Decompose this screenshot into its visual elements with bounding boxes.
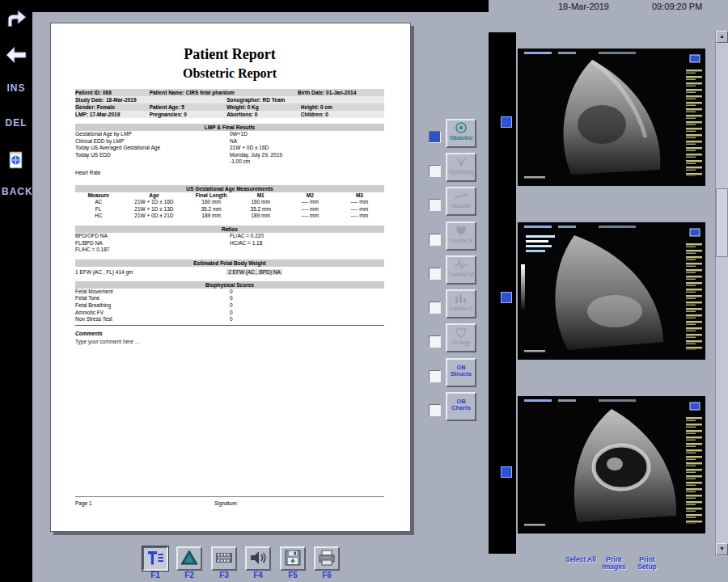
cell: 189 mm bbox=[236, 213, 286, 220]
info-cell: Abortions: 0 bbox=[226, 111, 301, 118]
category-label: Gynecolog bbox=[447, 169, 475, 175]
back-arrow-icon bbox=[6, 44, 27, 65]
ultrasound-thumbnail-2[interactable] bbox=[518, 222, 705, 360]
report-text-button[interactable] bbox=[142, 546, 168, 571]
ultrasound-image-3 bbox=[518, 396, 705, 534]
print-images-button[interactable]: Print Images bbox=[598, 556, 630, 571]
comments-section: Comments Type your comment here ... bbox=[75, 331, 384, 350]
del-button[interactable]: DEL bbox=[2, 117, 31, 129]
checkbox-gynecology[interactable] bbox=[429, 165, 441, 177]
bio-value: 0 bbox=[230, 295, 384, 302]
category-button-urology[interactable]: Urology bbox=[446, 323, 476, 352]
info-cell: Weight: 0 Kg bbox=[226, 103, 301, 111]
ultrasound-thumbnail-3[interactable] bbox=[518, 396, 705, 534]
scrollbar-thumb[interactable] bbox=[716, 188, 728, 257]
back-arrow-button[interactable] bbox=[2, 44, 31, 69]
info-cell: LMP: 17-Mar-2019 bbox=[75, 111, 150, 118]
category-button-cardiac-b[interactable]: Cardiac B bbox=[446, 221, 476, 251]
checkbox-cardiac-b[interactable] bbox=[429, 234, 441, 246]
category-button-vascular[interactable]: Vascular bbox=[446, 187, 476, 216]
print-button[interactable] bbox=[314, 546, 340, 571]
category-label: Cardiac M bbox=[447, 272, 475, 277]
cell: HC bbox=[75, 213, 121, 220]
ins-button[interactable]: INS bbox=[2, 82, 31, 94]
back-button[interactable]: BACK bbox=[2, 186, 31, 197]
category-button-cardiac-d[interactable]: Cardiac D bbox=[446, 289, 476, 318]
checkbox-urology[interactable] bbox=[429, 335, 441, 348]
lmp-value: Monday, July 29, 2019 bbox=[230, 152, 384, 159]
efw-left: 1 EFW (AC , FL) 414 gm bbox=[75, 268, 226, 276]
checkbox-ob-charts[interactable] bbox=[429, 404, 441, 416]
lmp-label bbox=[75, 158, 230, 166]
text-report-icon bbox=[146, 548, 165, 567]
scroll-down-button[interactable]: ▼ bbox=[716, 543, 728, 555]
category-label: OB Structs bbox=[447, 365, 475, 377]
cell: ---- mm bbox=[286, 213, 335, 220]
ratio-cell: HC/AC = 1.18 bbox=[230, 240, 384, 247]
thumbnail-3-select-checkbox[interactable] bbox=[501, 466, 512, 478]
ultrasound-thumbnail-1[interactable] bbox=[518, 48, 705, 186]
cell: 35.2 mm bbox=[236, 206, 286, 213]
bio-value: 0 bbox=[230, 316, 384, 323]
ratio-cell: FL/AC = 0.220 bbox=[230, 233, 384, 240]
cell: ---- mm bbox=[335, 206, 384, 213]
category-label: OB Charts bbox=[447, 399, 475, 411]
ratio-cell: FL/HC = 0.187 bbox=[75, 247, 230, 254]
category-button-ob-structs[interactable]: OB Structs bbox=[446, 358, 476, 387]
info-row: Gender: Female Patient Age: 5 Weight: 0 … bbox=[75, 103, 384, 111]
ratios-table: BPD/OFD NAFL/AC = 0.220 FL/BPD NAHC/AC =… bbox=[75, 233, 384, 254]
scroll-up-button[interactable]: ▲ bbox=[716, 31, 728, 43]
fkey-label-f5: F5 bbox=[280, 571, 306, 580]
report-subtitle: Obstetric Report bbox=[75, 66, 384, 81]
bio-label: Amniotic FV bbox=[75, 310, 230, 317]
separator-line bbox=[75, 325, 384, 326]
cine-button[interactable] bbox=[211, 546, 237, 571]
cell: 160 mm bbox=[187, 199, 236, 206]
forward-arrow-icon bbox=[6, 10, 27, 31]
category-button-ob-charts[interactable]: OB Charts bbox=[446, 392, 476, 421]
html-export-button[interactable] bbox=[2, 150, 31, 173]
bio-label: Fetal Tone bbox=[75, 295, 230, 302]
speaker-icon bbox=[248, 548, 268, 567]
info-row: Study Date: 18-Mar-2019 Sonographer: RD … bbox=[75, 96, 384, 103]
select-all-button[interactable]: Select All bbox=[565, 556, 597, 563]
checkbox-obstetric[interactable] bbox=[429, 131, 441, 143]
report-title: Patient Report bbox=[75, 46, 384, 63]
thumbnail-2-select-checkbox[interactable] bbox=[501, 292, 512, 303]
category-button-obstetric[interactable]: Obstetric bbox=[446, 119, 476, 148]
checkbox-cardiac-d[interactable] bbox=[429, 302, 441, 314]
category-label: Obstetric bbox=[447, 135, 475, 141]
save-disk-icon bbox=[283, 548, 303, 567]
category-label: Cardiac D bbox=[447, 306, 475, 311]
volume-button[interactable] bbox=[176, 546, 202, 571]
save-button[interactable] bbox=[280, 546, 306, 571]
category-button-cardiac-m[interactable]: Cardiac M bbox=[446, 255, 476, 285]
checkbox-vascular[interactable] bbox=[429, 199, 441, 211]
section-header-biophysical: Biophysical Scores bbox=[75, 281, 384, 289]
category-label: Urology bbox=[447, 340, 475, 345]
report-page: Patient Report Obstetric Report Patient … bbox=[50, 23, 411, 532]
category-button-gynecology[interactable]: Gynecolog bbox=[446, 153, 476, 182]
section-header-measurements: US Gestational Age Measurements bbox=[75, 185, 384, 192]
cell: 35.2 mm bbox=[187, 206, 236, 213]
forward-arrow-button[interactable] bbox=[2, 10, 31, 34]
comments-input[interactable]: Type your comment here ... bbox=[75, 339, 384, 350]
ultrasound-report-screen: INS DEL BACK 18-Mar-2019 09:09:20 PM Pat… bbox=[0, 0, 728, 582]
efw-row: 1 EFW (AC , FL) 414 gm 2 EFW (AC , BPD) … bbox=[75, 268, 384, 276]
ratio-cell bbox=[230, 247, 384, 254]
page-number: Page 1 bbox=[75, 500, 214, 506]
lmp-label: Today US EDD bbox=[75, 152, 230, 159]
right-scrollbar[interactable]: ▲ ▼ bbox=[715, 31, 728, 556]
bio-value: 0 bbox=[230, 310, 384, 317]
audio-button[interactable] bbox=[245, 546, 271, 571]
lmp-value: 0W+1D bbox=[230, 131, 384, 138]
fkey-label-f4: F4 bbox=[245, 571, 271, 580]
checkbox-ob-structs[interactable] bbox=[429, 370, 441, 382]
thumbnail-1-select-checkbox[interactable] bbox=[501, 116, 512, 128]
film-strip-icon bbox=[214, 548, 234, 567]
fkey-label-f6: F6 bbox=[314, 571, 340, 580]
print-setup-button[interactable]: Print Setup bbox=[631, 556, 663, 571]
checkbox-cardiac-m[interactable] bbox=[429, 268, 441, 280]
lmp-value: NA bbox=[230, 138, 384, 146]
info-cell: Patient Age: 5 bbox=[150, 103, 227, 111]
